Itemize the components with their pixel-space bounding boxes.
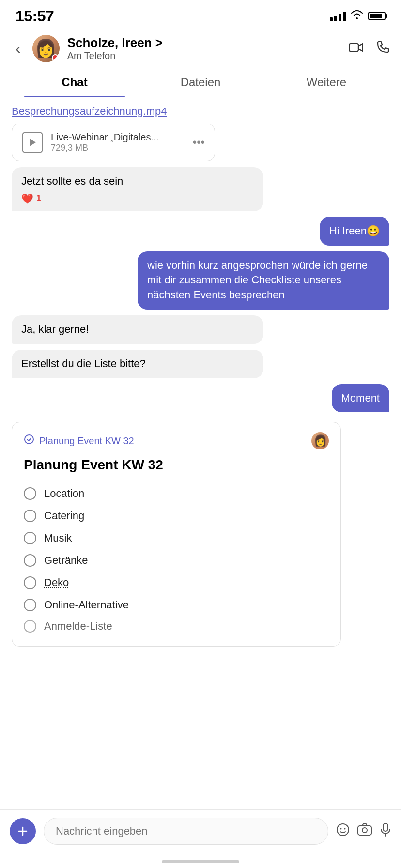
message-text: Ja, klar gerne! bbox=[21, 322, 254, 337]
message-received-3: Erstellst du die Liste bitte? bbox=[12, 350, 389, 378]
battery-icon bbox=[368, 12, 386, 20]
check-circle[interactable] bbox=[24, 576, 36, 589]
checklist-icon bbox=[24, 434, 34, 448]
svg-marker-1 bbox=[30, 139, 36, 146]
back-button[interactable]: ‹ bbox=[12, 38, 25, 60]
wifi-icon bbox=[351, 10, 363, 22]
reaction-row: ❤️ 1 bbox=[21, 193, 254, 204]
file-attachment[interactable]: Live-Webinar „Digitales... 729,3 MB ••• bbox=[12, 124, 215, 161]
message-sent-2: wie vorhin kurz angesprochen würde ich g… bbox=[12, 251, 389, 310]
check-circle[interactable] bbox=[24, 532, 36, 544]
checklist-item-getraenke[interactable]: Getränke bbox=[24, 549, 329, 572]
chat-header: ‹ Scholze, Ireen > Am Telefon bbox=[0, 29, 401, 68]
checklist-item-anmelde-liste[interactable]: Anmelde-Liste bbox=[24, 616, 329, 636]
camera-icon[interactable] bbox=[357, 823, 372, 839]
svg-rect-0 bbox=[349, 44, 358, 51]
message-input[interactable] bbox=[44, 818, 328, 845]
check-label: Anmelde-Liste bbox=[44, 620, 112, 633]
check-circle[interactable] bbox=[24, 510, 36, 522]
file-name: Live-Webinar „Digitales... bbox=[51, 132, 185, 143]
checklist-item-online-alternative[interactable]: Online-Alternative bbox=[24, 594, 329, 616]
tab-bar: Chat Dateien Weitere bbox=[0, 68, 401, 97]
message-received-2: Ja, klar gerne! bbox=[12, 315, 389, 344]
checklist-item-catering[interactable]: Catering bbox=[24, 505, 329, 527]
microphone-icon[interactable] bbox=[380, 823, 391, 840]
svg-point-9 bbox=[362, 828, 367, 833]
contact-info: Scholze, Ireen > Am Telefon bbox=[67, 35, 341, 62]
check-label: Getränke bbox=[44, 554, 88, 567]
svg-rect-8 bbox=[358, 826, 371, 835]
checklist-item-musik[interactable]: Musik bbox=[24, 527, 329, 549]
more-options-icon[interactable]: ••• bbox=[193, 136, 205, 149]
input-bar bbox=[0, 809, 401, 868]
reaction-count: 1 bbox=[36, 193, 41, 203]
message-text: Jetzt sollte es da sein bbox=[21, 174, 254, 189]
add-button[interactable] bbox=[10, 818, 36, 844]
header-actions bbox=[349, 41, 389, 57]
bubble-sent: Moment bbox=[332, 384, 389, 413]
check-label: Online-Alternative bbox=[44, 599, 129, 611]
file-link[interactable]: Besprechungsaufzeichnung.mp4 bbox=[12, 105, 167, 117]
avatar[interactable] bbox=[32, 35, 60, 62]
bubble-sent: wie vorhin kurz angesprochen würde ich g… bbox=[138, 251, 389, 310]
tab-weitere[interactable]: Weitere bbox=[263, 68, 389, 97]
emoji-icon[interactable] bbox=[336, 823, 350, 840]
checklist-header-left: Planung Event KW 32 bbox=[24, 434, 134, 448]
checklist-avatar: 👩 bbox=[311, 432, 329, 450]
home-indicator bbox=[162, 860, 239, 863]
message-text: Erstellst du die Liste bitte? bbox=[21, 356, 254, 372]
tab-chat[interactable]: Chat bbox=[12, 68, 138, 97]
checklist-title: Planung Event KW 32 bbox=[24, 457, 329, 473]
svg-point-2 bbox=[25, 435, 33, 444]
checklist-card[interactable]: Planung Event KW 32 👩 Planung Event KW 3… bbox=[12, 422, 341, 647]
file-info: Live-Webinar „Digitales... 729,3 MB bbox=[51, 132, 185, 153]
status-icons bbox=[330, 10, 386, 22]
check-circle[interactable] bbox=[24, 599, 36, 611]
contact-status: Am Telefon bbox=[67, 50, 341, 62]
check-circle[interactable] bbox=[24, 554, 36, 567]
svg-point-6 bbox=[340, 828, 342, 829]
check-label: Catering bbox=[44, 510, 84, 522]
bubble-received: Jetzt sollte es da sein ❤️ 1 bbox=[12, 167, 263, 211]
check-label: Musik bbox=[44, 532, 72, 544]
bubble-sent: Hi Ireen😀 bbox=[320, 217, 389, 246]
online-indicator bbox=[52, 54, 59, 61]
checklist-header: Planung Event KW 32 👩 bbox=[24, 432, 329, 450]
bubble-received: Ja, klar gerne! bbox=[12, 315, 263, 344]
file-link-message: Besprechungsaufzeichnung.mp4 bbox=[12, 105, 389, 118]
message-text: Hi Ireen😀 bbox=[329, 224, 380, 239]
chat-area: Besprechungsaufzeichnung.mp4 Live-Webina… bbox=[0, 97, 401, 724]
status-bar: 15:57 bbox=[0, 0, 401, 29]
message-sent-1: Hi Ireen😀 bbox=[12, 217, 389, 246]
svg-point-5 bbox=[337, 824, 349, 836]
contact-name: Scholze, Ireen > bbox=[67, 35, 341, 50]
checklist-item-location[interactable]: Location bbox=[24, 482, 329, 505]
checklist-header-title: Planung Event KW 32 bbox=[39, 435, 134, 447]
check-label: Location bbox=[44, 487, 84, 500]
message-text: Moment bbox=[341, 391, 380, 406]
check-circle[interactable] bbox=[24, 620, 36, 633]
bubble-received: Erstellst du die Liste bitte? bbox=[12, 350, 263, 378]
message-sent-3: Moment bbox=[12, 384, 389, 413]
phone-call-icon[interactable] bbox=[377, 41, 389, 57]
play-button[interactable] bbox=[22, 132, 43, 153]
file-size: 729,3 MB bbox=[51, 143, 185, 153]
signal-icon bbox=[330, 11, 346, 21]
video-call-icon[interactable] bbox=[349, 41, 363, 56]
check-circle[interactable] bbox=[24, 487, 36, 500]
status-time: 15:57 bbox=[15, 7, 54, 25]
message-received-1: Jetzt sollte es da sein ❤️ 1 bbox=[12, 167, 389, 211]
check-label: Deko bbox=[44, 576, 69, 589]
svg-rect-10 bbox=[383, 823, 388, 831]
tab-dateien[interactable]: Dateien bbox=[138, 68, 263, 97]
checklist-item-deko[interactable]: Deko bbox=[24, 572, 329, 594]
svg-point-7 bbox=[344, 828, 346, 829]
message-text: wie vorhin kurz angesprochen würde ich g… bbox=[147, 258, 380, 303]
reaction-emoji: ❤️ bbox=[21, 193, 33, 204]
